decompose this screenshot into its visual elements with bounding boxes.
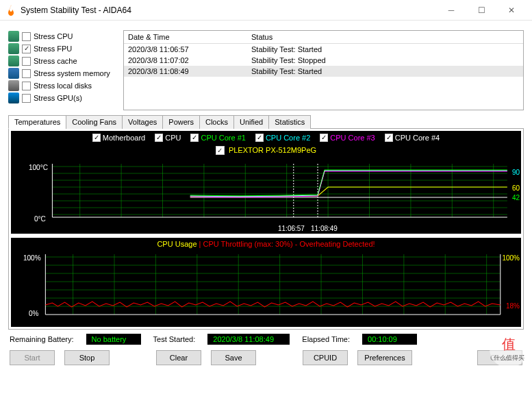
stress-cpu-checkbox[interactable]: [22, 32, 31, 41]
content-area: Stress CPU Stress FPU Stress cache Stres…: [0, 21, 532, 372]
stress-options: Stress CPU Stress FPU Stress cache Stres…: [8, 30, 118, 110]
tab-unified[interactable]: Unified: [233, 115, 269, 129]
y2-bot: 0%: [29, 310, 38, 317]
legend-cpu-core-4[interactable]: CPU Core #4: [385, 134, 440, 142]
legend-cpu[interactable]: CPU: [155, 134, 181, 142]
tab-clocks[interactable]: Clocks: [199, 115, 234, 129]
stress-fpu-label: Stress FPU: [34, 45, 72, 53]
log-header-status[interactable]: Status: [247, 31, 523, 44]
save-button[interactable]: Save: [211, 350, 256, 365]
event-log[interactable]: Date & Time Status 2020/3/8 11:06:57Stab…: [123, 30, 524, 110]
tab-statistics[interactable]: Statistics: [268, 115, 311, 129]
cpu-usage-svg: [11, 238, 521, 327]
elapsed-label: Elapsed Time:: [302, 335, 350, 343]
memory-icon: [8, 68, 19, 79]
temperature-legend: Motherboard CPU CPU Core #1 CPU Core #2 …: [11, 134, 521, 142]
y-axis-top: 100°C: [29, 164, 48, 171]
legend-cpu-core-2[interactable]: CPU Core #2: [255, 134, 310, 142]
tab-temperatures[interactable]: Temperatures: [8, 115, 66, 129]
x-tick-1: 11:06:57: [278, 225, 305, 232]
cpuid-button[interactable]: CPUID: [303, 350, 348, 365]
fpu-icon: [8, 43, 19, 54]
title-bar: System Stability Test - AIDA64 ─ ☐ ✕: [0, 0, 532, 21]
watermark: 值 什么值得买: [490, 330, 528, 368]
x-tick-2: 11:08:49: [311, 225, 338, 232]
stress-gpu-checkbox[interactable]: [22, 94, 31, 103]
legend-cpu-core-1[interactable]: CPU Core #1: [190, 134, 245, 142]
stress-gpu-label: Stress GPU(s): [34, 94, 82, 102]
stress-gpu-row: Stress GPU(s): [8, 92, 118, 104]
log-row[interactable]: 2020/3/8 11:07:02Stability Test: Stopped: [124, 55, 523, 66]
tab-powers[interactable]: Powers: [162, 115, 200, 129]
maximize-button[interactable]: ☐: [466, 1, 496, 20]
log-header-datetime[interactable]: Date & Time: [124, 31, 247, 44]
y-axis-bot: 0°C: [34, 215, 46, 223]
tab-cooling-fans[interactable]: Cooling Fans: [66, 115, 123, 129]
r2-val: 18%: [506, 302, 520, 310]
start-button[interactable]: Start: [10, 350, 55, 365]
elapsed-value: 00:10:09: [362, 334, 417, 345]
status-row: Remaining Battery: No battery Test Start…: [8, 330, 524, 350]
legend-plextor[interactable]: PLEXTOR PX-512M9PeG: [11, 146, 521, 155]
stress-memory-checkbox[interactable]: [22, 69, 31, 78]
stress-disks-checkbox[interactable]: [22, 82, 31, 90]
charts-panel: Motherboard CPU CPU Core #1 CPU Core #2 …: [8, 129, 524, 330]
log-row[interactable]: 2020/3/8 11:08:49Stability Test: Started: [124, 66, 523, 77]
close-window-button[interactable]: ✕: [496, 1, 527, 20]
temperature-chart: Motherboard CPU CPU Core #1 CPU Core #2 …: [11, 131, 521, 234]
stress-fpu-checkbox[interactable]: [22, 45, 31, 53]
cpu-icon: [8, 31, 19, 42]
stress-cache-row: Stress cache: [8, 55, 118, 67]
stress-fpu-row: Stress FPU: [8, 42, 118, 55]
legend-cpu-core-3[interactable]: CPU Core #3: [320, 134, 375, 142]
window-title: System Stability Test - AIDA64: [21, 5, 436, 15]
stress-cpu-label: Stress CPU: [34, 32, 73, 40]
legend-motherboard[interactable]: Motherboard: [92, 134, 145, 142]
r-label-42: 42: [512, 194, 520, 201]
battery-value: No battery: [86, 334, 141, 345]
tab-voltages[interactable]: Voltages: [122, 115, 163, 129]
app-icon: [5, 5, 16, 16]
r2-top: 100%: [502, 254, 520, 262]
stress-disks-row: Stress local disks: [8, 79, 118, 92]
r-label-60: 60: [512, 184, 520, 192]
cache-icon: [8, 56, 19, 66]
stress-cpu-row: Stress CPU: [8, 30, 118, 42]
cpu-usage-title: CPU Usage | CPU Throttling (max: 30%) - …: [11, 240, 521, 248]
log-header-row: Date & Time Status: [124, 31, 523, 44]
stress-memory-label: Stress system memory: [34, 69, 110, 77]
cpu-usage-chart: CPU Usage | CPU Throttling (max: 30%) - …: [11, 238, 521, 327]
stop-button[interactable]: Stop: [64, 350, 110, 365]
battery-label: Remaining Battery:: [10, 335, 74, 343]
started-label: Test Started:: [153, 335, 196, 343]
button-row: Start Stop Clear Save CPUID Preferences …: [8, 350, 524, 365]
log-row[interactable]: 2020/3/8 11:06:57Stability Test: Started: [124, 44, 523, 56]
disk-icon: [8, 80, 19, 91]
stress-cache-checkbox[interactable]: [22, 57, 31, 66]
stress-memory-row: Stress system memory: [8, 67, 118, 79]
minimize-button[interactable]: ─: [436, 1, 466, 20]
started-value: 2020/3/8 11:08:49: [207, 334, 290, 345]
stress-cache-label: Stress cache: [34, 57, 77, 65]
r-label-90: 90: [512, 169, 520, 176]
window-controls: ─ ☐ ✕: [436, 1, 527, 20]
preferences-button[interactable]: Preferences: [357, 350, 412, 365]
clear-button[interactable]: Clear: [156, 350, 201, 365]
y2-top: 100%: [23, 254, 41, 262]
gpu-icon: [8, 93, 19, 103]
chart-tabs: Temperatures Cooling Fans Voltages Power…: [8, 114, 524, 129]
stress-disks-label: Stress local disks: [34, 82, 92, 90]
